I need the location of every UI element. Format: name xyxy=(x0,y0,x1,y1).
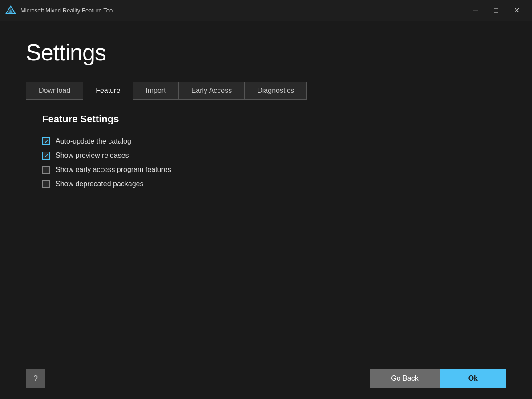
minimize-button[interactable]: ─ xyxy=(465,4,486,18)
checkbox-list: Auto-update the catalog Show preview rel… xyxy=(42,137,490,188)
checkbox-show-preview[interactable] xyxy=(42,152,50,160)
main-content: Settings Download Feature Import Early A… xyxy=(0,21,532,369)
checkbox-item-show-deprecated[interactable]: Show deprecated packages xyxy=(42,180,490,188)
titlebar: Microsoft Mixed Reality Feature Tool ─ □… xyxy=(0,0,532,21)
app-title: Microsoft Mixed Reality Feature Tool xyxy=(20,7,465,14)
window-controls: ─ □ ✕ xyxy=(465,4,527,18)
maximize-button[interactable]: □ xyxy=(486,4,506,18)
tab-diagnostics[interactable]: Diagnostics xyxy=(245,82,306,100)
section-title: Feature Settings xyxy=(42,113,490,125)
checkbox-label-show-preview: Show preview releases xyxy=(56,152,129,160)
checkbox-show-early-access[interactable] xyxy=(42,166,50,174)
tab-early-access[interactable]: Early Access xyxy=(179,82,245,100)
checkbox-item-show-preview[interactable]: Show preview releases xyxy=(42,152,490,160)
app-icon xyxy=(5,5,16,16)
action-buttons: Go Back Ok xyxy=(370,369,506,388)
go-back-button[interactable]: Go Back xyxy=(370,369,439,388)
checkbox-auto-update[interactable] xyxy=(42,137,50,145)
checkbox-label-show-early-access: Show early access program features xyxy=(56,166,171,174)
tab-import[interactable]: Import xyxy=(133,82,178,100)
ok-button[interactable]: Ok xyxy=(440,369,506,388)
tab-download[interactable]: Download xyxy=(26,82,83,100)
checkbox-show-deprecated[interactable] xyxy=(42,180,50,188)
content-panel: Feature Settings Auto-update the catalog… xyxy=(26,100,506,295)
page-title: Settings xyxy=(26,39,506,66)
checkbox-label-auto-update: Auto-update the catalog xyxy=(56,137,131,145)
close-button[interactable]: ✕ xyxy=(506,4,527,18)
help-button[interactable]: ? xyxy=(26,369,45,388)
checkbox-item-auto-update[interactable]: Auto-update the catalog xyxy=(42,137,490,145)
checkbox-label-show-deprecated: Show deprecated packages xyxy=(56,180,143,188)
checkbox-item-show-early-access[interactable]: Show early access program features xyxy=(42,166,490,174)
bottom-bar: ? Go Back Ok xyxy=(0,369,532,399)
tabs-bar: Download Feature Import Early Access Dia… xyxy=(26,82,307,100)
tab-feature[interactable]: Feature xyxy=(83,82,133,100)
